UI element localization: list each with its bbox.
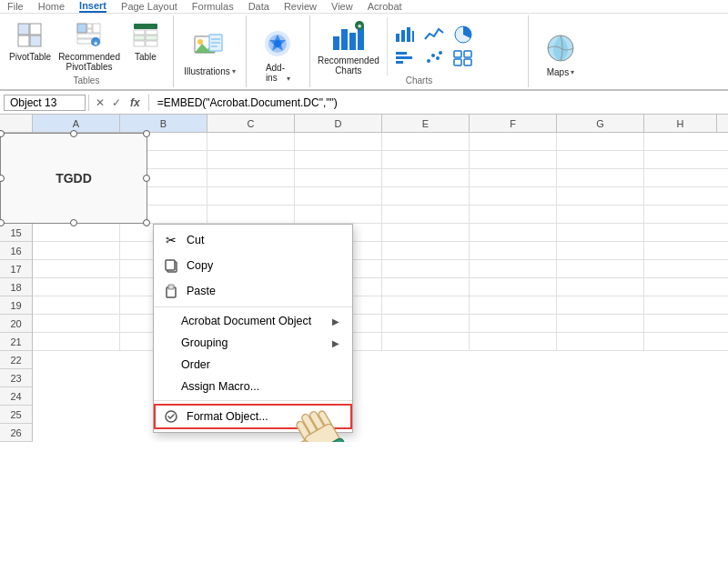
menu-item-cut[interactable]: ✂ Cut (154, 227, 352, 253)
row-header-18: 18 (0, 278, 32, 296)
svg-rect-0 (18, 24, 29, 35)
svg-rect-7 (93, 24, 100, 33)
formula-bar: Object 13 ✕ ✓ fx (0, 91, 728, 115)
addins-button[interactable]: Add-ins ▾ (259, 25, 296, 83)
addins-dropdown-icon: ▾ (287, 75, 290, 83)
addins-label: Add-ins (266, 63, 285, 83)
spreadsheet-area: A B C D E F G H 10 11 12 13 14 15 16 17 … (0, 115, 728, 442)
ribbon-group-tables: PivotTable ★ (0, 15, 174, 87)
ribbon: File Home Insert Page Layout Formulas Da… (0, 0, 728, 91)
formula-confirm-icon[interactable]: ✓ (108, 95, 125, 110)
handle-tr[interactable] (143, 130, 150, 137)
svg-rect-2 (18, 35, 29, 46)
illustrations-button[interactable]: Illustrations ▾ (184, 28, 236, 76)
illustrations-label: Illustrations (184, 66, 230, 76)
menu-item-grouping[interactable]: Grouping ▶ (154, 332, 352, 354)
svg-point-42 (427, 59, 430, 63)
svg-point-43 (431, 54, 435, 57)
table-row (33, 278, 728, 296)
formula-cancel-icon[interactable]: ✕ (92, 95, 108, 110)
col-header-c: C (207, 115, 295, 132)
svg-rect-1 (30, 24, 41, 35)
handle-bm[interactable] (70, 219, 77, 226)
svg-point-20 (197, 39, 203, 45)
handle-tl[interactable] (0, 130, 5, 137)
assign-macro-label: Assign Macro... (181, 380, 259, 393)
handle-mr[interactable] (143, 175, 150, 182)
cell-ref-value: Object 13 (10, 96, 56, 109)
row-header-24: 24 (0, 387, 32, 406)
column-chart-button[interactable] (393, 25, 417, 45)
ribbon-group-illustrations: Illustrations ▾ (174, 15, 247, 87)
row-header-19: 19 (0, 296, 32, 315)
maps-label: Maps (547, 67, 569, 77)
col-header-b: B (120, 115, 207, 132)
grouping-label: Grouping (181, 336, 332, 349)
table-button[interactable]: Table (126, 17, 166, 64)
menu-item-order[interactable]: Order (154, 354, 352, 376)
svg-rect-30 (349, 33, 356, 50)
formula-input[interactable] (152, 96, 724, 109)
svg-rect-35 (401, 30, 405, 42)
svg-rect-46 (454, 51, 461, 57)
recommended-pivottables-label: RecommendedPivotTables (58, 52, 120, 72)
menu-item-format-object[interactable]: Format Object... (154, 404, 352, 429)
handle-tm[interactable] (70, 130, 77, 137)
recommended-charts-button[interactable]: ★ RecommendedCharts (318, 17, 388, 75)
pivot-table-label: PivotTable (9, 52, 51, 62)
grouping-submenu-icon: ▶ (332, 338, 339, 348)
svg-rect-6 (87, 29, 92, 33)
maps-dropdown-icon: ▾ (571, 68, 574, 76)
menu-item-assign-macro[interactable]: Assign Macro... (154, 376, 352, 397)
handle-ml[interactable] (0, 175, 5, 182)
table-row (33, 260, 728, 278)
column-headers: A B C D E F G H (0, 115, 728, 133)
col-header-g: G (557, 115, 644, 132)
svg-text:★: ★ (93, 40, 98, 46)
row-header-25: 25 (0, 406, 32, 424)
acrobat-doc-label: Acrobat Document Object (181, 315, 332, 327)
svg-rect-37 (412, 31, 414, 42)
menu-item-copy[interactable]: Copy (154, 253, 352, 278)
handle-br[interactable] (143, 219, 150, 226)
col-header-a: A (33, 115, 120, 132)
pie-chart-button[interactable] (451, 25, 475, 45)
menu-item-paste[interactable]: Paste (154, 278, 352, 304)
scatter-chart-button[interactable] (422, 48, 446, 68)
table-row (33, 315, 728, 333)
table-row (33, 333, 728, 351)
formula-function-icon[interactable]: fx (125, 95, 146, 110)
recommended-charts-label: RecommendedCharts (318, 55, 379, 75)
svg-rect-47 (464, 51, 471, 57)
embedded-object[interactable]: TGDD (0, 133, 147, 224)
line-chart-button[interactable] (422, 25, 446, 45)
svg-rect-18 (146, 41, 157, 46)
embedded-label: TGDD (56, 171, 92, 186)
row-header-21: 21 (0, 333, 32, 351)
col-header-e: E (382, 115, 470, 132)
svg-rect-34 (396, 34, 399, 42)
row-header-16: 16 (0, 242, 32, 260)
svg-rect-28 (333, 36, 339, 50)
row-header-17: 17 (0, 260, 32, 278)
svg-rect-48 (454, 59, 461, 65)
col-header-f: F (470, 115, 557, 132)
other-charts-button[interactable] (451, 48, 475, 68)
bar-chart-button[interactable] (393, 48, 417, 68)
menu-item-acrobat-doc[interactable]: Acrobat Document Object ▶ (154, 310, 352, 332)
svg-rect-41 (396, 61, 403, 64)
svg-point-45 (439, 51, 442, 55)
order-label: Order (181, 358, 210, 371)
cell-reference-box[interactable]: Object 13 (4, 95, 86, 111)
svg-rect-49 (464, 59, 471, 65)
pivot-table-button[interactable]: PivotTable (7, 17, 53, 64)
ribbon-group-charts: ★ RecommendedCharts (310, 15, 529, 87)
format-object-label: Format Object... (187, 410, 268, 423)
maps-button[interactable]: Maps ▾ (542, 29, 579, 77)
format-object-icon (163, 408, 179, 425)
row-header-23: 23 (0, 369, 32, 387)
svg-rect-17 (134, 41, 145, 46)
recommended-pivottables-button[interactable]: ★ RecommendedPivotTables (56, 17, 122, 74)
row-header-22: 22 (0, 351, 32, 369)
charts-group-label: Charts (318, 75, 521, 87)
